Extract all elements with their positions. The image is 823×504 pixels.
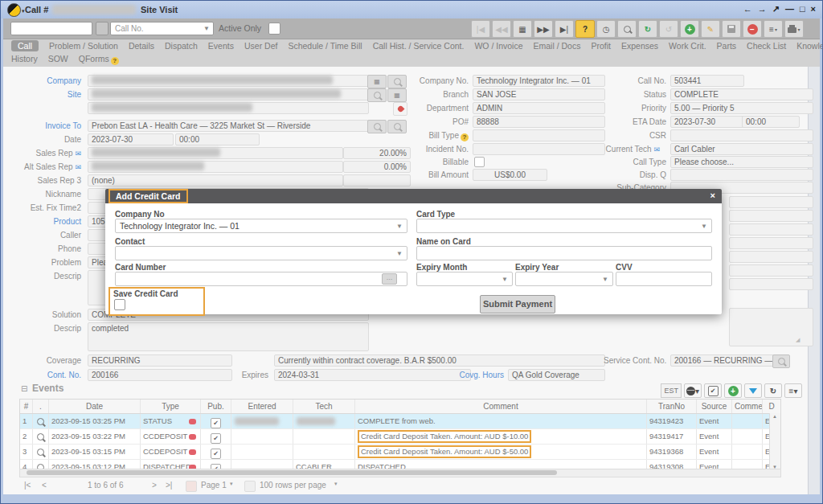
card-type-select[interactable]: ▼ (416, 219, 712, 233)
tab-email-docs[interactable]: Email / Docs (534, 41, 581, 51)
pager-last-button[interactable]: >| (166, 481, 172, 490)
card-number-input[interactable] (115, 272, 407, 286)
select-all-button[interactable]: ✔ (704, 383, 722, 398)
chevron-down-icon[interactable]: ▾ (230, 481, 233, 487)
product-label[interactable]: Product (5, 217, 81, 226)
eta-time-field[interactable]: 00:00 (742, 116, 800, 128)
tab-profit[interactable]: Profit (591, 41, 611, 51)
col-comment[interactable]: Comment (355, 400, 647, 413)
invoice-to-field[interactable]: Prebon East LA - Health Care — 3225 Mark… (88, 120, 369, 132)
coverage-field[interactable]: RECURRING (88, 354, 232, 367)
col-date[interactable]: Date (49, 400, 141, 413)
table-horizontal-scrollbar[interactable] (19, 469, 781, 477)
chevron-down-icon[interactable]: ▾ (334, 481, 338, 487)
envelope-icon[interactable]: ✉ (653, 145, 660, 154)
company-no-select[interactable]: Technology Integrator Inc. — 01 ▼ (115, 219, 407, 233)
modal-header[interactable]: Add Credit Card × (105, 189, 722, 203)
col-d[interactable]: D (763, 400, 780, 413)
add-event-button[interactable]: + (724, 383, 742, 398)
disp-q-field[interactable] (670, 169, 813, 181)
tab-call[interactable]: Call (11, 40, 39, 51)
previous-record-button[interactable]: ◀◀ (492, 20, 511, 38)
solution-descrip-textarea[interactable]: completed (88, 322, 369, 351)
invoice-search-button[interactable] (367, 120, 387, 133)
tab-knowledge-base[interactable]: Knowledge Base (796, 41, 823, 51)
department-field[interactable]: ADMIN (473, 102, 605, 114)
cvv-input[interactable] (616, 272, 712, 286)
col-entered[interactable]: Entered (231, 400, 293, 413)
priority-field[interactable]: 5.00 — Priority 5 (670, 102, 813, 114)
tab-sow[interactable]: SOW (48, 54, 68, 65)
row-pub[interactable]: ✔ (201, 414, 231, 428)
site-search-button[interactable] (367, 88, 387, 102)
popout-icon[interactable]: ↗ (772, 4, 780, 14)
eta-date-field[interactable]: 2023-07-30 (670, 116, 744, 128)
save-button[interactable] (722, 20, 741, 38)
search-go-button[interactable] (96, 22, 109, 35)
col-tech[interactable]: Tech (293, 400, 355, 413)
last-record-button[interactable]: ▶| (555, 20, 574, 38)
current-tech-field[interactable]: Carl Cabler (670, 143, 813, 155)
submit-payment-button[interactable]: Submit Payment (480, 295, 555, 313)
envelope-icon[interactable]: ✉ (75, 150, 81, 158)
bill-type-field[interactable] (473, 129, 605, 141)
table-row[interactable]: 1 2023-09-15 03:25 PM STATUS ✔ COMPLETE … (20, 414, 780, 429)
events-menu-button[interactable]: ≡▾ (784, 383, 802, 398)
pager-prev-button[interactable]: < (42, 481, 47, 490)
tab-call-hist-service-cont[interactable]: Call Hist. / Service Cont. (373, 41, 465, 51)
col-source[interactable]: Source (697, 400, 732, 413)
tab-history[interactable]: History (11, 54, 38, 65)
tab-problem-solution[interactable]: Problem / Solution (49, 41, 118, 51)
refresh-events-button[interactable]: ↻ (764, 383, 782, 398)
po-field[interactable]: 88888 (473, 116, 605, 128)
minimize-icon[interactable]: — (785, 4, 794, 14)
billable-checkbox[interactable] (474, 157, 485, 167)
undo-button[interactable]: ↺ (659, 20, 678, 38)
pager-first-button[interactable]: |< (24, 481, 31, 490)
tab-wo-invoice[interactable]: WO / Invoice (474, 41, 522, 51)
search-by-select[interactable]: Call No. ▼ (110, 22, 214, 35)
call-type-field[interactable]: Please choose... (670, 156, 813, 168)
col-comments[interactable]: Comments (732, 400, 763, 413)
tab-schedule-time-bill[interactable]: Schedule / Time Bill (288, 41, 362, 51)
page-select[interactable]: Page 1 (201, 481, 227, 490)
table-row[interactable]: 3 2023-09-15 03:15 PM CCDEPOSIT ✔ Credit… (20, 445, 780, 460)
bill-amount-field[interactable]: US$0.00 (473, 169, 547, 181)
tab-parts[interactable]: Parts (717, 41, 737, 51)
first-record-button[interactable]: |◀ (471, 20, 490, 38)
bill-type-help-icon[interactable]: ? (461, 133, 469, 141)
scroll-up-icon[interactable]: ▲ (772, 414, 777, 419)
status-field[interactable]: COMPLETE (670, 88, 813, 100)
nav-back-icon[interactable]: ← (743, 4, 752, 14)
edit-button[interactable]: ✎ (701, 20, 720, 38)
tab-events[interactable]: Events (208, 41, 234, 51)
expiry-year-select[interactable]: ▼ (515, 272, 613, 286)
expiry-month-select[interactable]: ▼ (416, 272, 513, 286)
covg-hours-label[interactable]: Covg. Hours (428, 371, 504, 379)
nav-forward-icon[interactable]: → (758, 4, 767, 14)
next-record-button[interactable]: ▶▶ (534, 20, 553, 38)
col-pub[interactable]: Pub. (201, 400, 231, 413)
help-button[interactable]: ? (575, 20, 595, 38)
col-dot[interactable]: . (33, 400, 49, 413)
row-pub[interactable]: ✔ (201, 429, 231, 444)
row-zoom-button[interactable] (33, 445, 49, 459)
company-detail-button[interactable]: ▦ (367, 75, 387, 88)
csr-field[interactable] (670, 129, 813, 141)
search-button[interactable] (617, 20, 637, 38)
tab-expenses[interactable]: Expenses (621, 41, 658, 51)
search-input[interactable] (10, 22, 92, 35)
active-only-checkbox[interactable] (268, 23, 280, 35)
service-cont-search-button[interactable] (772, 354, 790, 368)
sales-rep3-field[interactable]: (none) (88, 174, 343, 186)
table-row[interactable]: 2 2023-09-15 03:22 PM CCDEPOSIT ✔ Credit… (20, 429, 780, 445)
scrollbar-thumb[interactable] (27, 470, 557, 475)
rows-per-page-select[interactable]: 100 rows per page (260, 481, 326, 490)
refresh-button[interactable]: ↻ (638, 20, 657, 38)
col-type[interactable]: Type (141, 400, 201, 413)
add-button[interactable]: + (680, 20, 699, 38)
service-cont-field[interactable]: 200166 — RECURRING — ACT... (670, 354, 775, 367)
close-icon[interactable]: × (811, 4, 816, 14)
maximize-icon[interactable]: □ (800, 4, 805, 14)
events-collapse-icon[interactable]: ⊟ (21, 384, 27, 393)
